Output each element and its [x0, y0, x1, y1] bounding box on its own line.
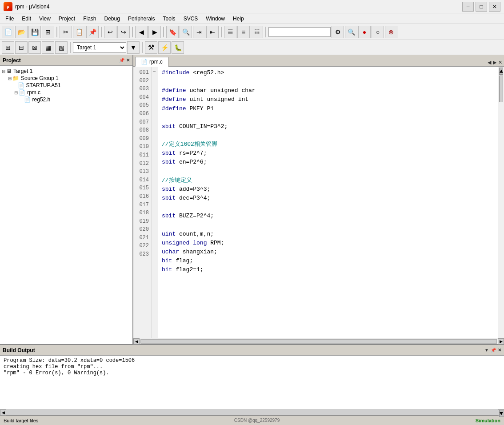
maximize-button[interactable]: □ — [476, 2, 487, 12]
rpm-c-icon: 📄 — [19, 89, 25, 96]
align-left-button[interactable]: ☰ — [224, 26, 236, 38]
search-input[interactable]: imput — [268, 27, 331, 37]
code-hscrollbar[interactable]: ◀ ▶ — [133, 338, 504, 344]
reg52-label: reg52.h — [32, 96, 51, 103]
search-go-button[interactable]: ⚙ — [332, 26, 344, 38]
align-center-button[interactable]: ≡ — [237, 26, 250, 38]
circle-button[interactable]: ○ — [372, 26, 384, 38]
tb2-btn1[interactable]: ⊞ — [2, 41, 14, 54]
build-hscrollbar[interactable]: ◀ ▶ — [0, 409, 504, 415]
menu-item-tools[interactable]: Tools — [160, 15, 179, 23]
paste-button[interactable]: 📌 — [86, 26, 99, 38]
toolbar2-separator — [70, 42, 71, 53]
menu-item-debug[interactable]: Debug — [101, 15, 124, 23]
toolbar: 📄 📂 💾 ⊞ ✂ 📋 📌 ↩ ↪ ◀ ▶ 🔖 🔍 ⇥ ⇤ ☰ ≡ ☷ impu… — [0, 24, 504, 40]
code-line-008 — [162, 131, 494, 140]
menu-item-svcs[interactable]: SVCS — [180, 15, 202, 23]
align-right-button[interactable]: ☷ — [251, 26, 263, 38]
project-close-icon[interactable]: ✕ — [126, 58, 130, 63]
expand-reg52 — [20, 97, 23, 102]
indent-button[interactable]: ⇥ — [193, 26, 205, 38]
rpm-c-label: rpm.c — [27, 89, 40, 96]
tree-item-source-group[interactable]: ⊟ 📁 Source Group 1 — [2, 75, 131, 82]
project-pin-icon[interactable]: 📌 — [119, 58, 124, 63]
find-button[interactable]: 🔍 — [180, 26, 192, 38]
code-tab-rpm[interactable]: 📄 rpm.c — [135, 57, 168, 67]
tb2-btn5[interactable]: ▧ — [55, 41, 68, 54]
menu-item-peripherals[interactable]: Peripherals — [124, 15, 159, 23]
tb2-build-btn[interactable]: ⚒ — [145, 41, 157, 54]
tree-item-target1[interactable]: ⊟ 🖥 Target 1 — [2, 68, 131, 75]
startup-label: STARTUP.A51 — [26, 82, 61, 88]
vscroll-up[interactable]: ▲ — [499, 68, 503, 75]
line-num-006: 006 — [137, 110, 149, 118]
record-button[interactable]: ● — [358, 26, 371, 38]
cut-button[interactable]: ✂ — [60, 26, 72, 38]
tree-item-startup[interactable]: 📄 STARTUP.A51 — [2, 82, 131, 89]
code-line-006 — [162, 113, 494, 122]
tb2-flash-btn[interactable]: ⚡ — [158, 41, 171, 54]
target1-label: Target 1 — [13, 68, 32, 74]
stop-button[interactable]: ⊗ — [385, 26, 397, 38]
open-button[interactable]: 📂 — [15, 26, 28, 38]
build-content: Program Size: data=30.2 xdata=0 code=150… — [0, 356, 504, 409]
copy-button[interactable]: 📋 — [73, 26, 85, 38]
target-select[interactable]: Target 1 — [73, 42, 126, 53]
zoom-button[interactable]: 🔍 — [345, 26, 357, 38]
build-panel: Build Output ▼ 📌 ✕ Program Size: data=30… — [0, 344, 504, 415]
tab-scroll-right[interactable]: ▶ — [493, 60, 496, 65]
undo-button[interactable]: ↩ — [104, 26, 116, 38]
outdent-button[interactable]: ⇤ — [206, 26, 219, 38]
code-line-016 — [162, 203, 494, 212]
code-tabs-left: 📄 rpm.c — [135, 57, 168, 66]
tab-scroll-left[interactable]: ◀ — [488, 60, 491, 65]
hscroll-thumb[interactable] — [140, 339, 497, 344]
tb2-btn4[interactable]: ▦ — [42, 41, 54, 54]
vscroll-thumb[interactable] — [499, 76, 503, 102]
build-scroll-down[interactable]: ▼ — [484, 348, 489, 353]
bookmark-button[interactable]: 🔖 — [166, 26, 179, 38]
tb2-btn2[interactable]: ⊟ — [15, 41, 28, 54]
code-tabs-right: ◀ ▶ ✕ — [488, 60, 504, 66]
build-close[interactable]: ✕ — [498, 348, 501, 353]
tree-item-rpm-c[interactable]: ⊟ 📄 rpm.c — [2, 89, 131, 96]
redo-button[interactable]: ↪ — [117, 26, 130, 38]
nav-fwd-button[interactable]: ▶ — [148, 26, 161, 38]
build-hscroll-track[interactable] — [6, 409, 498, 415]
project-header-controls: 📌 ✕ — [119, 58, 130, 63]
sourcegroup-icon: 📁 — [12, 75, 19, 81]
tree-item-reg52[interactable]: 📄 reg52.h — [2, 96, 131, 103]
build-hscroll-left[interactable]: ◀ — [0, 409, 6, 416]
code-line-014: sbit add=P3^3; — [162, 185, 494, 194]
menu-item-help[interactable]: Help — [229, 15, 248, 23]
menu-item-project[interactable]: Project — [55, 15, 79, 23]
close-button[interactable]: ✕ — [489, 2, 500, 12]
menu-item-file[interactable]: File — [2, 15, 17, 23]
build-line-3: "rpm" - 0 Error(s), 0 Warning(s). — [4, 370, 500, 376]
hscroll-left[interactable]: ◀ — [133, 338, 140, 345]
target-dropdown[interactable]: ▼ — [127, 41, 140, 54]
line-num-009: 009 — [137, 135, 149, 143]
code-line-019: uint count,m,n; — [162, 230, 494, 239]
menu-item-flash[interactable]: Flash — [80, 15, 100, 23]
tb2-btn3[interactable]: ⊠ — [28, 41, 41, 54]
menu-item-view[interactable]: View — [36, 15, 54, 23]
code-line-023: bit flag2=1; — [162, 265, 494, 274]
nav-back-button[interactable]: ◀ — [135, 26, 148, 38]
tab-close[interactable]: ✕ — [498, 60, 502, 65]
menu-item-window[interactable]: Window — [202, 15, 228, 23]
line-num-022: 022 — [137, 242, 149, 250]
hscroll-right[interactable]: ▶ — [498, 338, 504, 345]
app-icon: μ — [4, 2, 12, 11]
line-num-011: 011 — [137, 151, 149, 160]
minimize-button[interactable]: – — [462, 2, 474, 12]
new-button[interactable]: 📄 — [2, 26, 14, 38]
code-line-018 — [162, 221, 494, 229]
save-all-button[interactable]: ⊞ — [42, 26, 54, 38]
save-button[interactable]: 💾 — [28, 26, 41, 38]
code-content[interactable]: #include <reg52.h>#define uchar unsigned… — [158, 67, 498, 338]
build-pin[interactable]: 📌 — [491, 348, 496, 353]
code-vscrollbar[interactable]: ▲ ▼ — [498, 67, 504, 338]
tb2-debug-btn[interactable]: 🐛 — [172, 41, 184, 54]
menu-item-edit[interactable]: Edit — [18, 15, 35, 23]
